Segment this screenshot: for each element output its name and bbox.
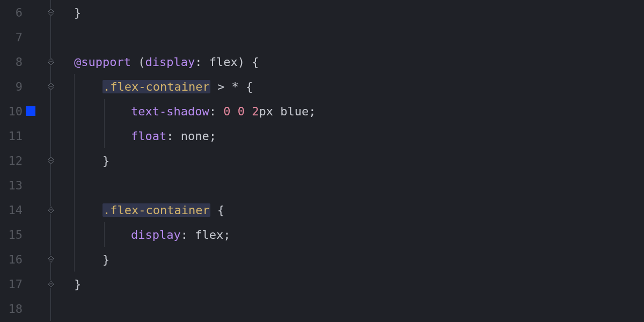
code-content[interactable]: float: none; (74, 123, 644, 148)
code-line[interactable]: 11 float: none; (0, 123, 644, 148)
code-line[interactable]: 9 .flex-container > * { (0, 74, 644, 99)
token: : (209, 105, 224, 118)
code-line[interactable]: 7 (0, 25, 644, 49)
fold-gutter[interactable] (42, 0, 74, 25)
code-content[interactable]: } (74, 0, 644, 25)
line-number: 13 (0, 179, 26, 192)
token: ) (238, 55, 245, 69)
code-content[interactable]: @support (display: flex) { (74, 49, 644, 74)
code-text: } (74, 277, 81, 291)
code-content[interactable]: } (74, 148, 644, 173)
fold-close-icon[interactable] (47, 9, 55, 16)
fold-close-icon[interactable] (47, 157, 55, 164)
token (210, 203, 217, 217)
token (245, 55, 252, 69)
line-number: 8 (0, 55, 26, 69)
token (245, 105, 252, 118)
indent-guide (74, 197, 75, 222)
code-line[interactable]: 17} (0, 272, 644, 296)
code-text: display: flex; (74, 228, 230, 241)
code-line[interactable]: 14 .flex-container { (0, 197, 644, 222)
token (74, 105, 131, 118)
token: { (217, 203, 224, 217)
line-number: 10 (0, 105, 26, 118)
line-number: 18 (0, 302, 26, 316)
fold-gutter[interactable] (42, 148, 74, 173)
fold-gutter[interactable] (42, 123, 74, 148)
code-content[interactable] (74, 296, 644, 321)
fold-gutter[interactable] (42, 173, 74, 197)
token: display (131, 228, 181, 241)
fold-open-icon[interactable] (47, 206, 55, 214)
token (74, 80, 103, 93)
indent-guide (104, 99, 105, 123)
line-number: 16 (0, 253, 26, 266)
code-line[interactable]: 18 (0, 296, 644, 321)
code-line[interactable]: 12 } (0, 148, 644, 173)
token: ( (138, 55, 145, 69)
token: @support (74, 55, 131, 69)
line-number: 6 (0, 6, 26, 19)
fold-gutter[interactable] (42, 222, 74, 247)
indent-guide (104, 123, 105, 148)
indent-guide (74, 222, 75, 247)
code-text: @support (display: flex) { (74, 55, 259, 69)
token (74, 129, 131, 143)
code-line[interactable]: 16 } (0, 247, 644, 272)
line-number: 9 (0, 80, 26, 93)
token: .flex-container (103, 80, 210, 93)
token: } (74, 277, 81, 291)
gutter-marker-column[interactable] (26, 106, 42, 116)
token: .flex-container (103, 203, 210, 217)
code-line[interactable]: 15 display: flex; (0, 222, 644, 247)
fold-gutter[interactable] (42, 49, 74, 74)
token: : (166, 129, 181, 143)
fold-gutter[interactable] (42, 99, 74, 123)
code-content[interactable]: } (74, 247, 644, 272)
code-line[interactable]: 10 text-shadow: 0 0 2px blue; (0, 99, 644, 123)
code-content[interactable]: .flex-container { (74, 197, 644, 222)
code-content[interactable]: } (74, 272, 644, 296)
indent-guide (74, 123, 75, 148)
code-text: } (74, 154, 109, 167)
token (230, 105, 237, 118)
token: 0 (238, 105, 245, 118)
fold-gutter[interactable] (42, 296, 74, 321)
fold-close-icon[interactable] (47, 255, 55, 263)
token: 2 (252, 105, 259, 118)
fold-open-icon[interactable] (47, 58, 55, 65)
fold-gutter[interactable] (42, 247, 74, 272)
indent-guide (74, 148, 75, 173)
line-number: 17 (0, 277, 26, 291)
code-text: float: none; (74, 129, 216, 143)
token: display (145, 55, 195, 69)
indent-guide (74, 99, 75, 123)
code-text: .flex-container > * { (74, 80, 253, 93)
fold-gutter[interactable] (42, 197, 74, 222)
fold-open-icon[interactable] (47, 83, 55, 90)
fold-gutter[interactable] (42, 74, 74, 99)
token: blue (280, 105, 309, 118)
code-line[interactable]: 6} (0, 0, 644, 25)
token: text-shadow (131, 105, 209, 118)
code-content[interactable]: display: flex; (74, 222, 644, 247)
code-editor[interactable]: 6}78@support (display: flex) {9 .flex-co… (0, 0, 644, 322)
bookmark-icon[interactable] (26, 106, 35, 116)
token: } (103, 253, 109, 266)
code-content[interactable] (74, 173, 644, 197)
code-line[interactable]: 13 (0, 173, 644, 197)
indent-guide (74, 74, 75, 99)
token: { (252, 55, 259, 69)
token (131, 55, 138, 69)
fold-gutter[interactable] (42, 25, 74, 49)
fold-gutter[interactable] (42, 272, 74, 296)
indent-guide (74, 173, 75, 197)
code-text: text-shadow: 0 0 2px blue; (74, 105, 316, 118)
fold-close-icon[interactable] (47, 280, 55, 288)
code-content[interactable]: .flex-container > * { (74, 74, 644, 99)
token: float (131, 129, 166, 143)
code-content[interactable] (74, 25, 644, 49)
code-content[interactable]: text-shadow: 0 0 2px blue; (74, 99, 644, 123)
token (74, 253, 103, 266)
code-line[interactable]: 8@support (display: flex) { (0, 49, 644, 74)
